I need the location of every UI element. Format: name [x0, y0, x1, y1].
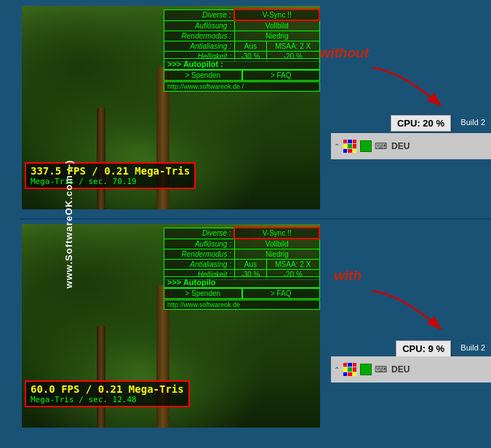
top-fps-counter: 337.5 FPS / 0.21 Mega-Tris Mega-Tris / s… [25, 162, 196, 189]
resolution-label: Auflösung : [164, 20, 235, 31]
bottom-donate-btn[interactable]: > Spenden [164, 288, 242, 299]
bottom-faq-btn[interactable]: > FAQ [242, 288, 321, 299]
table-row: Auflösung : Vollbild [164, 20, 320, 31]
antialiasing-label: Antialiasing : [164, 41, 235, 52]
bottom-autopilot: >>> Autopilo [164, 276, 320, 288]
bottom-green-icon [360, 364, 372, 375]
bottom-fps-counter: 60.0 FPS / 0.21 Mega-Tris Mega-Tris / se… [25, 380, 190, 407]
bottom-kbd-icon: ⌨ [375, 364, 387, 375]
bottom-cpu-box: CPU: 9 % [396, 340, 451, 357]
rendermode-label-b: Rendermodus : [164, 249, 235, 260]
table-row: Rendermodus : Niedrig [164, 31, 320, 41]
table-row: Antialiasing : Aus MSAA: 2 X [164, 41, 320, 52]
antialiasing-label-b: Antialiasing : [164, 260, 235, 270]
vsync-value-b: V-Sync !! [234, 228, 319, 239]
bottom-settings-table: Diverse : V-Sync !! Auflösung : Vollbild… [164, 227, 320, 280]
without-arrow [365, 64, 449, 111]
bottom-taskbar: ⌃ ⌨ DEU [331, 356, 491, 383]
vsync-value: V-Sync !! [234, 9, 319, 20]
bottom-mosaic-icon [343, 362, 357, 377]
top-url: http://www.softwareok.de / [164, 81, 320, 92]
diverse-label: Diverse : [164, 9, 235, 20]
bottom-chevron-icon[interactable]: ⌃ [334, 366, 340, 374]
top-deu-label: DEU [391, 141, 410, 151]
top-taskbar: ⌃ ⌨ DEU [331, 133, 491, 159]
top-green-icon [360, 140, 372, 152]
bottom-url: http://www.softwareok.de [164, 300, 320, 310]
bottom-build-label: Build 2 [460, 343, 485, 352]
watermark-text: www.SoftwareOK.com :-) [63, 160, 74, 289]
table-row: Diverse : V-Sync !! [164, 9, 320, 20]
top-fps-sub: Mega-Tris / sec. 70.19 [31, 177, 190, 186]
rendermode-value: Niedrig [234, 31, 319, 41]
without-label: without [319, 45, 369, 61]
rendermode-value-b: Niedrig [234, 249, 319, 260]
diverse-label-b: Diverse : [164, 228, 235, 239]
top-build-label: Build 2 [460, 118, 485, 127]
antialiasing-value-b: Aus [234, 260, 266, 270]
antialiasing-value: Aus [234, 41, 266, 52]
top-mosaic-icon [343, 139, 357, 153]
table-row: Antialiasing : Aus MSAA: 2 X [164, 260, 320, 270]
bottom-actions: > Spenden > FAQ [164, 288, 320, 299]
resolution-value-b: Vollbild [234, 239, 319, 249]
top-cpu-box: CPU: 20 % [391, 115, 451, 132]
top-fps-main: 337.5 FPS / 0.21 Mega-Tris [31, 165, 190, 177]
divider [20, 218, 491, 220]
resolution-value: Vollbild [234, 20, 319, 31]
top-donate-btn[interactable]: > Spenden [164, 70, 242, 81]
top-chevron-icon[interactable]: ⌃ [334, 143, 340, 151]
top-kbd-icon: ⌨ [375, 141, 387, 151]
msaa-value: MSAA: 2 X [266, 41, 319, 52]
top-settings-table: Diverse : V-Sync !! Auflösung : Vollbild… [164, 9, 320, 62]
bottom-fps-sub: Mega-Tris / sec. 12.48 [31, 395, 184, 404]
rendermode-label: Rendermodus : [164, 31, 235, 41]
bottom-deu-label: DEU [391, 364, 410, 375]
table-row: Diverse : V-Sync !! [164, 228, 320, 239]
with-label: with [334, 268, 362, 284]
with-arrow [365, 287, 449, 335]
top-actions: > Spenden > FAQ [164, 70, 320, 81]
top-autopilot: >>> Autopilot : [164, 58, 320, 70]
bottom-fps-main: 60.0 FPS / 0.21 Mega-Tris [31, 383, 184, 395]
table-row: Auflösung : Vollbild [164, 239, 320, 249]
resolution-label-b: Auflösung : [164, 239, 235, 249]
top-faq-btn[interactable]: > FAQ [242, 70, 321, 81]
msaa-value-b: MSAA: 2 X [266, 260, 319, 270]
table-row: Rendermodus : Niedrig [164, 249, 320, 260]
